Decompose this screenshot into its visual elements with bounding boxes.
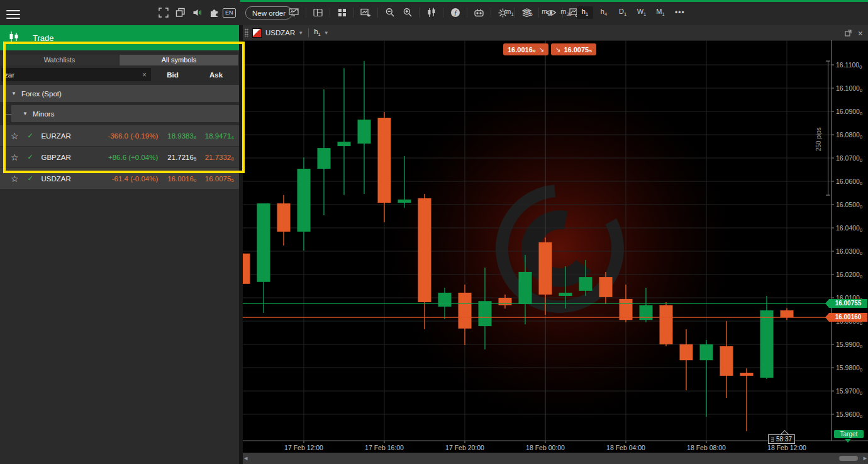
new-order-button[interactable]: New order <box>245 6 292 20</box>
timeframe-m15[interactable]: m15 <box>539 6 555 18</box>
symbol-name: GBPZAR <box>41 154 82 161</box>
add-chart-icon[interactable] <box>360 7 372 18</box>
fullscreen-icon[interactable] <box>157 7 170 18</box>
timeframe-m1[interactable]: m1 <box>501 6 518 18</box>
scale-ruler-label: 250 pips <box>815 127 822 151</box>
scrollbar-thumb[interactable] <box>839 456 858 461</box>
price-chart[interactable]: 16.1100016.1000016.0900016.0800016.07000… <box>243 40 868 464</box>
ask-price[interactable]: 16.0075₅ <box>197 175 234 183</box>
check-icon: ✓ <box>26 174 35 183</box>
divider <box>330 8 330 18</box>
scroll-right-icon[interactable]: ▸ <box>863 454 867 462</box>
candlestick <box>760 296 774 379</box>
bid-price[interactable]: 21.7216₅ <box>158 154 196 161</box>
trade-panel-header: Trade <box>0 25 239 50</box>
chart-style-candles-icon[interactable] <box>425 7 437 18</box>
timeframe-m5[interactable]: m5 <box>520 6 537 18</box>
sell-button[interactable]: 16.0016₀ ↘ <box>503 43 548 55</box>
chart-panel: USDZAR ▼ h1 ▼ × 16.1100016.1000016.09000… <box>243 25 868 464</box>
price-tick-label: 15.96000 <box>836 410 862 419</box>
top-toolbar: EN New order f m1m5m15m30h1h4D1W1M1••• <box>0 0 868 25</box>
timeframe-h4[interactable]: h4 <box>596 6 612 18</box>
symbol-row-eurzar[interactable]: ☆✓EURZAR-366.0 (-0.19%)18.9383₆18.9471₄ <box>0 125 239 146</box>
timeframe-m30[interactable]: m30 <box>558 6 574 18</box>
indicators-icon[interactable]: f <box>449 7 461 18</box>
chart-timeframe-label[interactable]: h1 <box>314 28 321 37</box>
group-minors[interactable]: ▼ Minors <box>11 105 239 122</box>
candlestick <box>700 340 713 417</box>
candlestick <box>318 89 331 215</box>
tab-watchlists[interactable]: Watchlists <box>0 55 119 65</box>
symbol-row-gbpzar[interactable]: ☆✓GBPZAR+86.6 (+0.04%)21.7216₅21.7332₈ <box>0 147 239 167</box>
favorite-star-icon[interactable]: ☆ <box>9 152 21 162</box>
price-tick-label: 16.04000 <box>836 224 862 233</box>
bid-price[interactable]: 16.0016₀ <box>158 175 196 183</box>
detach-window-icon[interactable] <box>845 28 852 39</box>
price-tick-label: 16.07000 <box>836 154 862 163</box>
sidebar-tabs: WatchlistsAll symbols <box>0 55 239 65</box>
buy-price: 16.0075₅ <box>564 46 592 54</box>
countdown-value: 58:37 <box>776 436 792 443</box>
buy-button[interactable]: ↘ 16.0075₅ <box>551 43 596 55</box>
candlestick <box>243 254 250 284</box>
clear-search-icon[interactable]: × <box>142 71 151 79</box>
price-tick-label: 15.98000 <box>836 364 862 373</box>
chart-mode-icon[interactable] <box>288 7 300 18</box>
trade-panel-title: Trade <box>33 33 53 43</box>
zoom-out-icon[interactable] <box>384 7 396 18</box>
plugins-icon[interactable] <box>208 7 220 18</box>
tab-all-symbols[interactable]: All symbols <box>120 55 238 65</box>
daily-change: +86.6 (+0.04%) <box>82 154 158 161</box>
multi-chart-layout-icon[interactable] <box>312 7 324 18</box>
scroll-left-icon[interactable]: ◂ <box>244 454 248 462</box>
divider <box>443 8 443 18</box>
close-icon[interactable]: × <box>858 29 863 38</box>
chart-symbol-label[interactable]: USDZAR <box>265 29 295 37</box>
ask-price-tag: 16.00755 <box>829 299 867 308</box>
daily-change: -61.4 (-0.04%) <box>82 175 158 183</box>
candlestick <box>781 308 794 320</box>
chevron-down-icon[interactable]: ▼ <box>298 30 303 36</box>
collapse-triangle-icon: ▼ <box>23 111 28 116</box>
timeframe-W1[interactable]: W1 <box>633 6 650 18</box>
symbol-name: EURZAR <box>41 132 82 140</box>
language-icon[interactable]: EN <box>223 8 236 18</box>
time-tick-label: 17 Feb 12:00 <box>284 444 323 451</box>
cbots-icon[interactable] <box>473 7 485 18</box>
search-row: zar × Bid Ask <box>0 67 239 82</box>
horizontal-scrollbar[interactable]: ◂ ▸ <box>243 453 868 464</box>
timeframe-selector: m1m5m15m30h1h4D1W1M1••• <box>501 6 685 20</box>
favorite-star-icon[interactable]: ☆ <box>9 131 21 141</box>
more-timeframes-button[interactable]: ••• <box>675 8 685 17</box>
divider <box>377 8 378 18</box>
chevron-down-icon[interactable]: ▼ <box>324 30 329 36</box>
candle-countdown[interactable]: 58:37 <box>768 434 795 444</box>
timeframe-D1[interactable]: D1 <box>615 6 631 18</box>
check-icon: ✓ <box>26 153 35 161</box>
drag-handle-icon[interactable] <box>245 28 248 37</box>
duplicate-window-icon[interactable] <box>174 7 187 18</box>
sell-price: 16.0016₀ <box>508 46 536 54</box>
menu-icon[interactable] <box>6 8 20 18</box>
target-tag[interactable]: Target <box>834 430 864 438</box>
divider <box>308 28 309 37</box>
timeframe-h1[interactable]: h1 <box>577 6 593 18</box>
symbol-row-usdzar[interactable]: ☆✓USDZAR-61.4 (-0.04%)16.0016₀16.0075₅ <box>0 168 239 189</box>
active-panel-strip <box>240 0 868 2</box>
divider <box>491 8 491 18</box>
favorite-star-icon[interactable]: ☆ <box>9 174 21 184</box>
symbol-search-input[interactable]: zar × <box>1 68 151 81</box>
grid-view-icon[interactable] <box>336 7 348 18</box>
ask-price[interactable]: 18.9471₄ <box>197 132 234 140</box>
price-tick-label: 16.08000 <box>836 131 862 140</box>
ask-column-header: Ask <box>194 71 238 79</box>
search-input-value: zar <box>1 71 142 79</box>
price-tick-label: 16.11000 <box>836 61 862 70</box>
group-forex-spot[interactable]: ▼ Forex (Spot) <box>0 85 239 102</box>
bid-price[interactable]: 18.9383₆ <box>158 132 196 140</box>
zoom-in-icon[interactable] <box>401 7 413 18</box>
sound-icon[interactable] <box>191 7 204 18</box>
ask-price[interactable]: 21.7332₈ <box>197 154 234 161</box>
candlestick <box>298 157 311 251</box>
timeframe-M1[interactable]: M1 <box>652 6 669 18</box>
